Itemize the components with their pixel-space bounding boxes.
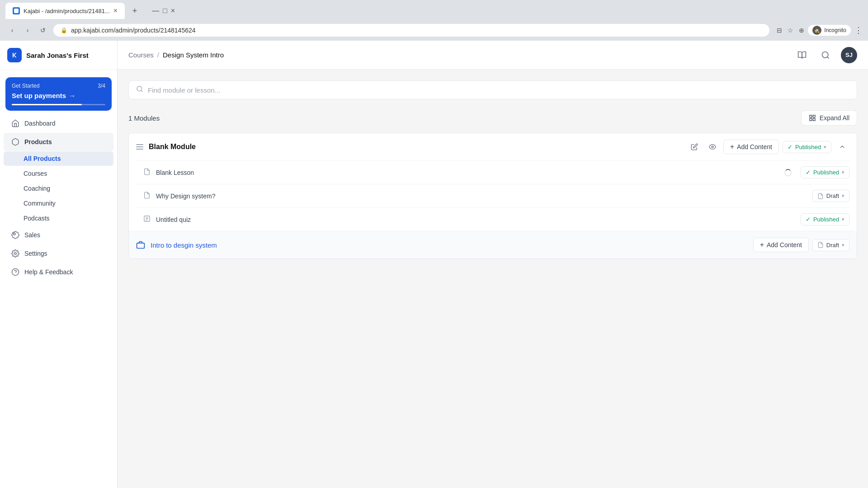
url-input[interactable]: 🔒 app.kajabi.com/admin/products/21481456…	[53, 24, 769, 37]
tab-favicon	[13, 7, 20, 14]
tab-title: Kajabi - /admin/products/21481...	[24, 8, 110, 14]
sub-module-status-badge[interactable]: Draft ▾	[812, 239, 849, 251]
svg-line-7	[827, 56, 829, 58]
sub-module-title: Intro to desgin system	[151, 241, 748, 249]
chevron-down-icon-lesson1: ▾	[842, 193, 844, 199]
browser-more-button[interactable]: ⋮	[854, 25, 863, 35]
modules-count-label: Modules	[134, 114, 160, 122]
draft-icon-submodule	[817, 242, 824, 248]
lesson-item-blank-lesson[interactable]: Blank Lesson ✓ Published ▾	[129, 161, 857, 184]
lesson-title-quiz: Untitled quiz	[156, 216, 795, 223]
sidebar-item-help[interactable]: Help & Feedback	[4, 263, 113, 281]
lesson-0-status-badge[interactable]: ✓ Published ▾	[801, 166, 849, 178]
svg-rect-0	[14, 9, 19, 13]
get-started-card[interactable]: Get Started 3/4 Set up payments →	[5, 77, 112, 111]
svg-rect-19	[137, 243, 145, 249]
sub-module-intro: Intro to desgin system + Add Content Dra…	[129, 231, 857, 258]
sidebar-subitem-all-products[interactable]: All Products	[4, 151, 113, 166]
expand-all-button[interactable]: Expand All	[801, 110, 857, 126]
browser-tab[interactable]: Kajabi - /admin/products/21481... ×	[5, 3, 125, 19]
search-icon-button[interactable]	[817, 47, 834, 63]
sidebar-scroll: Get Started 3/4 Set up payments → Dashbo…	[0, 70, 117, 488]
app-layout: Sarah Jonas's First Get Started 3/4 Set …	[0, 41, 868, 488]
search-bar	[128, 80, 857, 99]
lesson-0-status-label: Published	[813, 169, 839, 176]
main-content: Courses / Design System Intro SJ	[118, 41, 868, 488]
module-lesson-search-input[interactable]	[148, 86, 849, 94]
module-add-content-button[interactable]: + Add Content	[723, 140, 779, 154]
incognito-badge: 🕵 Incognito	[808, 25, 851, 36]
collapse-module-button[interactable]	[835, 140, 849, 154]
lesson-item-untitled-quiz[interactable]: Untitled quiz ✓ Published ▾	[129, 208, 857, 231]
back-button[interactable]: ‹	[5, 23, 19, 37]
navigation-buttons: ‹ › ↺	[5, 23, 50, 37]
sidebar-item-dashboard[interactable]: Dashboard	[4, 114, 113, 132]
browser-chrome: Kajabi - /admin/products/21481... × + — …	[0, 0, 868, 22]
lesson-loading-spinner	[784, 169, 792, 176]
module-status-badge[interactable]: ✓ Published ▾	[783, 141, 831, 153]
module-status-label: Published	[795, 144, 821, 150]
window-controls: — □ ×	[152, 7, 175, 15]
sidebar-item-sales[interactable]: Sales	[4, 226, 113, 244]
header-right: SJ	[794, 47, 857, 63]
user-avatar[interactable]: SJ	[841, 47, 857, 63]
modules-count-number: 1	[128, 114, 132, 122]
forward-button[interactable]: ›	[21, 23, 34, 37]
sidebar-item-label-products: Products	[24, 138, 52, 145]
sub-module-add-content-button[interactable]: + Add Content	[753, 238, 809, 252]
lesson-2-status-badge[interactable]: ✓ Published ▾	[801, 213, 849, 225]
chevron-down-icon-lesson0: ▾	[842, 169, 844, 175]
svg-point-3	[14, 253, 17, 255]
quiz-icon	[143, 215, 151, 224]
maximize-button[interactable]: □	[163, 7, 167, 15]
sidebar-item-products[interactable]: Products	[4, 133, 113, 151]
check-icon-lesson0: ✓	[806, 169, 811, 176]
book-icon-button[interactable]	[794, 47, 810, 63]
refresh-button[interactable]: ↺	[36, 23, 50, 37]
get-started-progress-fill	[12, 104, 82, 105]
cast-icon[interactable]: ⊟	[777, 27, 782, 34]
svg-line-9	[141, 90, 142, 92]
sidebar-subitem-coaching[interactable]: Coaching	[4, 181, 113, 196]
lesson-doc-icon	[143, 168, 151, 177]
breadcrumb-separator: /	[157, 51, 159, 59]
get-started-progress-badge: 3/4	[98, 83, 105, 89]
get-started-progress-bar	[12, 104, 105, 105]
expand-all-label: Expand All	[820, 114, 849, 122]
sidebar-item-settings[interactable]: Settings	[4, 244, 113, 263]
chevron-down-icon-lesson2: ▾	[842, 216, 844, 222]
kajabi-logo[interactable]	[7, 48, 22, 62]
preview-module-button[interactable]	[705, 140, 720, 154]
lesson-item-why-design[interactable]: Why Design system? Draft ▾	[129, 184, 857, 207]
blank-module-card: Blank Module + Add Content	[128, 133, 857, 259]
lock-icon: 🔒	[61, 27, 67, 33]
tag-icon	[11, 230, 20, 239]
lesson-1-status-badge[interactable]: Draft ▾	[812, 190, 849, 202]
sidebar: Sarah Jonas's First Get Started 3/4 Set …	[0, 41, 118, 488]
bookmark-icon[interactable]: ☆	[788, 27, 793, 34]
home-icon	[11, 119, 20, 128]
get-started-top: Get Started 3/4	[12, 83, 105, 89]
svg-point-6	[822, 52, 828, 57]
box-icon	[11, 137, 20, 146]
lesson-doc-icon-2	[143, 192, 151, 201]
sidebar-subitem-podcasts[interactable]: Podcasts	[4, 211, 113, 225]
profile-icon[interactable]: ⊕	[799, 27, 804, 34]
sub-module-status-label: Draft	[826, 242, 839, 249]
add-content-label-sub: Add Content	[767, 241, 802, 249]
lesson-2-status-label: Published	[813, 216, 839, 223]
breadcrumb-parent[interactable]: Courses	[128, 51, 154, 59]
add-content-icon-sub: +	[760, 241, 764, 249]
svg-rect-13	[810, 118, 812, 121]
new-tab-button[interactable]: +	[128, 5, 141, 17]
minimize-button[interactable]: —	[152, 7, 159, 15]
url-text: app.kajabi.com/admin/products/2148145624	[71, 27, 196, 34]
sidebar-subitem-community[interactable]: Community	[4, 196, 113, 211]
edit-module-button[interactable]	[687, 140, 702, 154]
lesson-title-blank: Blank Lesson	[156, 169, 777, 176]
drag-handle[interactable]	[136, 144, 143, 150]
add-content-label: Add Content	[737, 143, 772, 150]
sidebar-subitem-courses[interactable]: Courses	[4, 166, 113, 181]
tab-close-button[interactable]: ×	[113, 7, 118, 15]
close-window-button[interactable]: ×	[171, 7, 175, 15]
